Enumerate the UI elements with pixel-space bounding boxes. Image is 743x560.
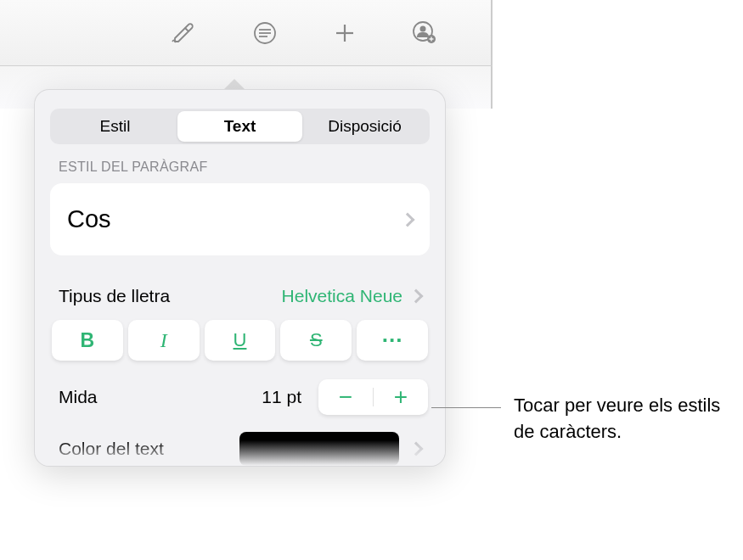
font-value: Helvetica Neue [282, 286, 402, 306]
tab-style[interactable]: Estil [53, 111, 177, 142]
strikethrough-button[interactable]: S [280, 320, 352, 361]
text-color-swatch [239, 432, 399, 466]
font-label: Tipus de lletra [59, 286, 170, 306]
size-stepper: − + [318, 379, 428, 415]
paragraph-style-value: Cos [67, 205, 111, 233]
insert-icon[interactable] [252, 16, 278, 50]
underline-button[interactable]: U [205, 320, 276, 361]
font-section: Tipus de lletra Helvetica Neue B I U S ·… [50, 276, 430, 466]
tab-layout[interactable]: Disposició [302, 111, 427, 142]
size-increase-button[interactable]: + [374, 379, 428, 415]
size-label: Mida [59, 387, 262, 407]
size-decrease-button[interactable]: − [318, 379, 373, 415]
paragraph-style-card: Cos [50, 183, 430, 255]
format-tabs: Estil Text Disposició [50, 109, 430, 144]
bold-button[interactable]: B [52, 320, 123, 361]
callout-text: Tocar per veure els estils de caràcters. [514, 393, 735, 445]
size-row: Mida 11 pt − + [50, 372, 430, 427]
format-popover: Estil Text Disposició ESTIL DEL PARÀGRAF… [34, 89, 446, 467]
tab-text[interactable]: Text [177, 111, 302, 142]
text-color-label: Color del text [59, 439, 239, 459]
font-row[interactable]: Tipus de lletra Helvetica Neue [50, 276, 430, 316]
more-button[interactable]: ··· [357, 320, 428, 361]
text-color-row[interactable]: Color del text [50, 427, 430, 466]
chevron-right-icon [409, 442, 424, 456]
format-brush-icon[interactable] [170, 16, 197, 50]
paragraph-style-label: ESTIL DEL PARÀGRAF [35, 160, 445, 183]
size-value: 11 pt [262, 387, 301, 407]
chevron-right-icon [401, 212, 415, 227]
text-style-buttons: B I U S ··· [50, 316, 430, 372]
collaborate-icon[interactable] [412, 16, 437, 50]
callout-line [431, 407, 501, 408]
add-icon[interactable] [333, 16, 357, 50]
toolbar [0, 0, 493, 66]
paragraph-style-row[interactable]: Cos [50, 183, 430, 255]
italic-button[interactable]: I [128, 320, 200, 361]
chevron-right-icon [409, 289, 424, 304]
svg-point-7 [420, 25, 426, 31]
